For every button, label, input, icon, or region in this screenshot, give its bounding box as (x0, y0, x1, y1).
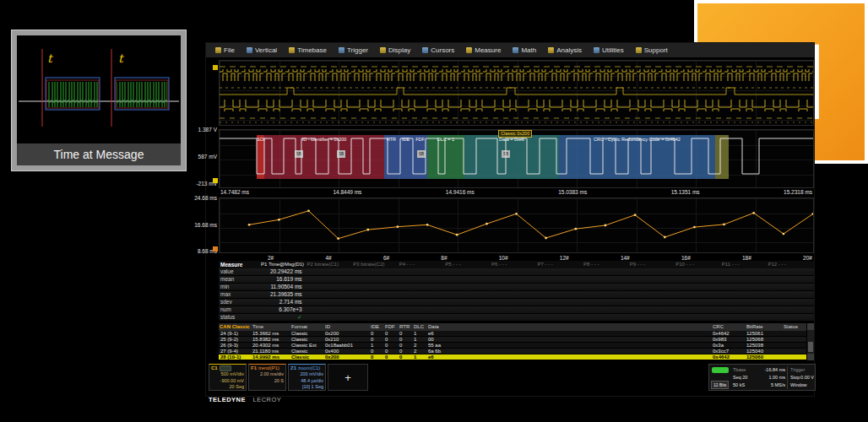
menu-item-utilities[interactable]: Utilities (588, 46, 630, 54)
decode-col-header[interactable]: BitRate (745, 323, 782, 331)
video-thumbnail[interactable]: t t Time at Message (12, 30, 186, 170)
menu-item-analysis[interactable]: Analysis (542, 46, 588, 54)
measure-row-label: sdev (219, 299, 261, 306)
menu-item-measure[interactable]: Measure (460, 46, 507, 54)
measure-col-header[interactable]: P10 - - - (675, 261, 722, 268)
decode-col-header[interactable]: IDE (369, 323, 383, 331)
zoom-x-label: 15.2318 ms (784, 189, 812, 195)
zoom-source: zoom(C1) (298, 365, 320, 371)
decode-row[interactable]: 26 (9-3)20.4302 msClassic Ext0x18aabb011… (219, 343, 807, 349)
measure-row: sdev2.714 ms (219, 299, 814, 306)
trend-grid[interactable] (219, 197, 814, 253)
decode-cell: 21.1180 ms (251, 349, 290, 354)
zoom-grid[interactable]: SOF ID - Identifier = 0x200 RTR IDE FDF … (219, 129, 814, 188)
menu-bar: FileVerticalTimebaseTriggerDisplayCursor… (206, 43, 814, 58)
decode-col-header[interactable]: CRC (711, 323, 745, 331)
z1-vdiv: 200 mV/div (289, 371, 325, 378)
measure-row: value20.29422 ms (219, 268, 814, 276)
decode-body: 24 (9-1)15.3662 msClassic0x2000001e60x46… (219, 331, 807, 360)
measure-col-header[interactable]: P11 - - - (722, 261, 768, 268)
menu-label: Cursors (431, 46, 454, 54)
menu-item-vertical[interactable]: Vertical (241, 46, 283, 54)
measure-col-header[interactable]: P6 - - - (491, 261, 538, 268)
decode-row[interactable]: 28 (10-1)14.9992 msClassic0x2000001e60x4… (219, 354, 807, 360)
decode-col-header[interactable]: RTR (398, 323, 412, 331)
measure-col-header[interactable]: P12 - - - (768, 261, 814, 268)
scroll-thumb[interactable] (808, 342, 813, 352)
decode-cell: 0 (369, 354, 383, 360)
measure-row-label: num (219, 306, 261, 313)
decode-col-header[interactable]: FDF (383, 323, 398, 331)
tbase-value: -16.84 ms (765, 366, 785, 374)
menu-item-timebase[interactable]: Timebase (283, 46, 333, 54)
measure-title: Measure (219, 261, 261, 268)
function-descriptor-f1[interactable]: F1 trend(P1) 2.00 ms/div 20 S (248, 364, 286, 391)
measure-row-label: mean (219, 276, 261, 283)
source-traces-grid[interactable] (219, 60, 814, 126)
measure-icon (466, 47, 472, 53)
decode-col-header[interactable]: Status (782, 323, 807, 331)
zoom-y-label-top: 1.387 V (183, 127, 217, 133)
decode-row[interactable]: 27 (9-4)21.1180 msClassic0x40000026a 6b0… (219, 349, 807, 354)
decode-col-header[interactable]: DLC (412, 323, 426, 331)
trend-x-label: 10# (499, 255, 508, 261)
add-trace-button[interactable]: + (328, 364, 368, 391)
decode-cell: Classic (290, 337, 323, 342)
decode-protocol-label[interactable]: CAN Classic (219, 323, 251, 331)
measure-col-header[interactable]: P8 - - - (583, 261, 630, 268)
decode-cell: 00 (426, 337, 711, 342)
zoom-descriptor-z1[interactable]: Z1 zoom(C1) 200 mV/div 48.4 µs/div [10] … (288, 364, 326, 391)
decode-cell: 125038 (745, 343, 782, 348)
measure-col-header[interactable]: P3 bitrate(C2) (353, 261, 399, 268)
status-led (712, 367, 729, 373)
measure-row-label: value (219, 268, 261, 275)
decode-cell: e6 (426, 354, 711, 360)
decode-col-header[interactable]: ID (323, 323, 369, 331)
measure-col-header[interactable]: P5 - - - (445, 261, 491, 268)
measure-col-header[interactable]: P7 - - - (537, 261, 583, 268)
decode-cell: 15.3662 ms (251, 331, 290, 336)
decode-table: CAN ClassicTimeFormatIDIDEFDFRTRDLCDataC… (219, 323, 814, 360)
sample-count: 50 kS (733, 381, 745, 389)
menu-item-trigger[interactable]: Trigger (333, 46, 374, 54)
decode-col-header[interactable]: Time (251, 323, 290, 331)
measure-row-label: min (219, 284, 261, 290)
menu-item-file[interactable]: File (209, 46, 241, 54)
oscilloscope-window: FileVerticalTimebaseTriggerDisplayCursor… (205, 42, 815, 397)
trace-marker-zoom[interactable] (213, 178, 218, 183)
decode-col-header[interactable]: Data (426, 323, 711, 331)
measure-col-header[interactable]: P9 - - - (630, 261, 676, 268)
scroll-up-arrow[interactable] (807, 323, 814, 330)
trend-y-label-top: 24.68 ms (183, 195, 217, 201)
decode-cell: 0x3a (711, 343, 745, 348)
trace-marker-digital[interactable] (213, 65, 218, 70)
trace-marker-trend[interactable] (213, 246, 218, 252)
vertical-icon (247, 47, 252, 53)
measure-value: ✓ (261, 314, 307, 321)
decode-cell: 0 (398, 354, 412, 360)
channel-descriptor-c1[interactable]: C1 500 mV/div -900.00 mV 20 Seg (209, 364, 247, 391)
menu-item-math[interactable]: Math (507, 46, 542, 54)
decode-cell: Classic (290, 354, 323, 360)
menu-item-display[interactable]: Display (374, 46, 416, 54)
menu-item-support[interactable]: Support (630, 46, 674, 54)
decode-cell: 1 (412, 354, 426, 360)
measure-col-header[interactable]: P1 Time@Msg(D1) (261, 261, 307, 268)
decode-row[interactable]: 25 (9-2)15.8382 msClassic0x2100001000x98… (219, 337, 807, 343)
zoom-x-axis: 14.7482 ms14.8449 ms14.9416 ms15.0383 ms… (219, 189, 814, 195)
decode-cell: 0x4642 (711, 354, 745, 360)
measure-value: 16.619 ms (261, 276, 307, 283)
scroll-down-arrow[interactable] (807, 354, 814, 360)
decode-cell: 0 (398, 331, 412, 336)
decode-row[interactable]: 24 (9-1)15.3662 msClassic0x2000001e60x46… (219, 331, 807, 337)
trigger-type: Window (790, 381, 807, 389)
timebase-trigger-panel[interactable]: 12 Bits Tbase-16.84 ms Seq 201.00 ms 50 … (708, 364, 816, 391)
measure-col-header[interactable]: P2 bitrate(C1) (307, 261, 354, 268)
trend-x-label: 16# (681, 255, 691, 261)
measure-col-header[interactable]: P4 - - - (399, 261, 446, 268)
decode-cell: 0x200 (323, 354, 369, 360)
channel-label: C1 (211, 365, 218, 371)
menu-item-cursors[interactable]: Cursors (416, 46, 460, 54)
decode-scrollbar[interactable] (806, 323, 814, 360)
decode-col-header[interactable]: Format (290, 323, 323, 331)
